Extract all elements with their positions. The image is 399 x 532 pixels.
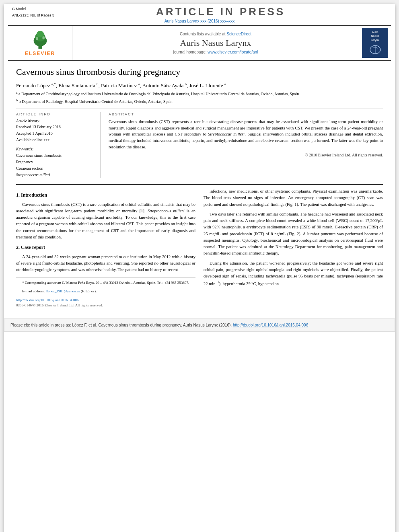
authors-line: Fernando López a,*, Elena Santamarta b, … [16,82,383,89]
issn-line: 0385-8146/© 2016 Elsevier Ireland Ltd. A… [16,303,195,308]
elsevier-text: ELSEVIER [25,51,55,56]
sciencedirect-line: Contents lists available at ScienceDirec… [180,32,251,36]
body-columns: 1. Introduction Cavernous sinus thrombos… [16,188,383,308]
right-para-3: During the admission, the patient worsen… [204,260,383,288]
copyright-line: © 2016 Elsevier Ireland Ltd. All rights … [109,153,383,157]
journal-header: ELSEVIER Contents lists available at Sci… [8,25,391,61]
email-link[interactable]: flopez_1981@yahoo.es [45,289,80,293]
journal-ref-line: Auris Nasus Larynx xxx (2016) xxx–xxx [8,18,391,25]
article-history: Article history: Received 13 February 20… [16,119,94,143]
sciencedirect-link[interactable]: ScienceDirect [226,32,251,36]
left-body-col: 1. Introduction Cavernous sinus thrombos… [16,188,195,308]
abstract-text: Cavernous sinus thrombosis (CST) represe… [109,119,383,150]
article-info-header: ARTICLE INFO [16,112,94,116]
homepage-link[interactable]: www.elsevier.com/locate/anl [208,50,258,54]
right-para-2: Two days later she returned with similar… [204,211,383,257]
article-in-press-banner: ARTICLE IN PRESS [54,6,387,18]
affiliations: a a Department of Otorhinolaryngology an… [16,90,383,105]
homepage-line: journal homepage: www.elsevier.com/locat… [173,50,258,54]
doi-link[interactable]: http://dx.doi.org/10.1016/j.anl.2016.04.… [16,298,195,303]
svg-rect-4 [36,37,38,40]
anl-ref: ANL-2123; No. of Pages 5 [12,12,54,18]
right-body-col: infections, new medications, or other sy… [204,188,383,308]
journal-logo-icon [365,43,385,55]
case-report-title: 2. Case report [16,244,195,251]
elsevier-logo-area: ELSEVIER [8,26,72,60]
citation-bar: Please cite this article in press as: Ló… [4,318,395,332]
journal-name: Auris Nasus Larynx [180,38,251,48]
journal-logo-box: AurisNasusLarynx [362,28,388,58]
corresponding-note: * Corresponding author at: C/ Marcos Peñ… [16,280,195,286]
abstract-header: ABSTRACT [109,112,383,116]
abstract-col: ABSTRACT Cavernous sinus thrombosis (CST… [109,112,383,178]
svg-rect-5 [42,36,44,39]
article-info-col: ARTICLE INFO Article history: Received 1… [16,112,101,178]
page: G Model ANL-2123; No. of Pages 5 ARTICLE… [4,4,395,532]
intro-para: Cavernous sinus thrombosis (CST) is a ra… [16,201,195,241]
g-model-ref: G Model [12,6,54,12]
svg-point-3 [36,31,43,37]
footnote-area: * Corresponding author at: C/ Marcos Peñ… [16,277,195,308]
article-title: Cavernous sinus thrombosis during pregna… [16,67,383,77]
elsevier-tree-icon [24,30,56,50]
email-note: E-mail address: flopez_1981@yahoo.es (F.… [16,289,195,294]
journal-header-center: Contents lists available at ScienceDirec… [72,26,359,60]
right-para-1: infections, new medications, or other sy… [204,188,383,208]
journal-logo-box-area: AurisNasusLarynx [359,26,391,60]
intro-title: 1. Introduction [16,191,195,199]
info-abstract-section: ARTICLE INFO Article history: Received 1… [16,112,383,178]
citation-doi-link[interactable]: http://dx.doi.org/10.1016/j.anl.2016.04.… [233,323,308,327]
keywords-section: Keywords: Cavernous sinus thrombosis Pre… [16,147,94,178]
case-report-para: A 24-year-old and 32 weeks pregnant woma… [16,254,195,273]
article-content: Cavernous sinus thrombosis during pregna… [4,61,395,312]
